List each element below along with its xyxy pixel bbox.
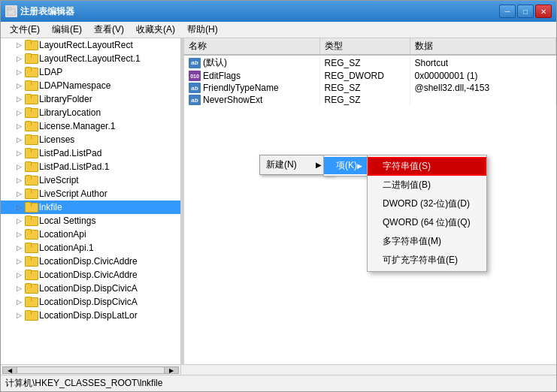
reg-sz-icon: ab — [189, 58, 201, 68]
tree-item[interactable]: ▷ LocationDisp.CivicAddre — [1, 268, 180, 282]
tree-item[interactable]: ▷ ListPad.ListPad — [1, 146, 180, 160]
col-header-name[interactable]: 名称 — [184, 38, 319, 55]
folder-icon — [25, 161, 37, 172]
tree-item[interactable]: ▷ LiveScript Author — [1, 187, 180, 201]
expander-icon: ▷ — [13, 120, 25, 132]
ctx-qword-value[interactable]: QWORD (64 位)值(Q) — [368, 213, 486, 232]
col-header-type[interactable]: 类型 — [319, 38, 410, 55]
folder-icon — [25, 310, 37, 321]
minimize-button[interactable]: ─ — [499, 5, 516, 18]
ctx-dword-value[interactable]: DWORD (32-位)值(D) — [368, 194, 486, 213]
tree-item[interactable]: ▷ LiveScript — [1, 173, 180, 187]
folder-icon — [25, 216, 37, 226]
parent-menu-item: 项(K) ▶ — [323, 155, 375, 176]
tree-item[interactable]: ▷ LayoutRect.LayoutRect — [1, 38, 180, 52]
tree-item[interactable]: ▷ ListPad.ListPad.1 — [1, 160, 180, 173]
tree-item[interactable]: ▷ LocationDisp.DispCivicA — [1, 282, 180, 295]
expander-icon: ▷ — [13, 269, 25, 281]
expander-icon: ▷ — [13, 53, 25, 65]
tree-item[interactable]: ▷ LocationDisp.DispLatLor — [1, 309, 180, 322]
main-window: 注册表编辑器 ─ □ ✕ 文件(E) 编辑(E) 查看(V) 收藏夹(A) 帮助… — [0, 0, 557, 392]
folder-icon — [25, 175, 37, 185]
context-submenu: 字符串值(S) 二进制值(B) DWORD (32-位)值(D) QWORD (… — [367, 155, 487, 272]
expander-icon: ▷ — [13, 255, 25, 267]
tree-item[interactable]: ▷ LocationApi.1 — [1, 241, 180, 255]
tree-item[interactable]: ▷ License.Manager.1 — [1, 119, 180, 133]
folder-icon — [25, 107, 37, 118]
expander-icon: ▷ — [13, 174, 25, 186]
tree-item[interactable]: ▷ LocationDisp.CivicAddre — [1, 255, 180, 268]
tree-pane[interactable]: ▷ LayoutRect.LayoutRect ▷ LayoutRect.Lay… — [1, 38, 181, 364]
ctx-expandable-string[interactable]: 可扩充字符串值(E) — [368, 251, 486, 270]
table-row[interactable]: 010 EditFlags REG_DWORD 0x00000001 (1) — [184, 70, 556, 82]
col-header-data[interactable]: 数据 — [410, 38, 556, 55]
xiang-menu-item[interactable]: 项(K) ▶ — [324, 157, 374, 174]
expander-icon: ▷ — [13, 188, 25, 200]
right-pane: 名称 类型 数据 ab (默认) REG_SZ — [184, 38, 556, 364]
menu-view[interactable]: 查看(V) — [88, 22, 130, 38]
tree-item-lnkfile[interactable]: ▷ lnkfile — [1, 201, 180, 214]
folder-icon — [25, 134, 37, 145]
maximize-button[interactable]: □ — [517, 5, 534, 18]
expander-icon: ▷ — [13, 161, 25, 173]
expander-icon: ▷ — [13, 147, 25, 159]
folder-icon — [25, 121, 37, 131]
title-bar: 注册表编辑器 ─ □ ✕ — [1, 1, 556, 22]
folder-icon — [25, 67, 37, 77]
expander-icon: ▷ — [13, 107, 25, 119]
folder-icon — [25, 256, 37, 267]
reg-sz-icon: ab — [189, 83, 201, 93]
expander-icon: ▷ — [13, 309, 25, 321]
menu-file[interactable]: 文件(E) — [4, 22, 46, 38]
ctx-multi-string[interactable]: 多字符串值(M) — [368, 232, 486, 251]
menu-favorites[interactable]: 收藏夹(A) — [130, 22, 181, 38]
expander-icon: ▷ — [13, 93, 25, 105]
main-area: ▷ LayoutRect.LayoutRect ▷ LayoutRect.Lay… — [1, 38, 556, 364]
folder-icon — [25, 202, 37, 213]
scroll-right-btn[interactable]: ▶ — [164, 366, 179, 374]
expander-icon: ▷ — [13, 134, 25, 146]
folder-icon — [25, 148, 37, 158]
tree-item[interactable]: ▷ LayoutRect.LayoutRect.1 — [1, 52, 180, 65]
scroll-left-btn[interactable]: ◀ — [2, 366, 17, 374]
ctx-binary-value[interactable]: 二进制值(B) — [368, 176, 486, 194]
table-row[interactable]: ab (默认) REG_SZ Shortcut — [184, 55, 556, 70]
folder-icon — [25, 243, 37, 253]
tree-item[interactable]: ▷ LDAPNamespace — [1, 79, 180, 92]
expander-icon: ▷ — [13, 201, 25, 213]
status-path: 计算机\HKEY_CLASSES_ROOT\lnkfile — [5, 377, 162, 390]
tree-scrollbar[interactable]: ◀ ▶ — [1, 365, 181, 375]
expander-icon: ▷ — [13, 228, 25, 240]
expander-icon: ▷ — [13, 80, 25, 92]
close-button[interactable]: ✕ — [535, 5, 552, 18]
menu-help[interactable]: 帮助(H) — [181, 22, 224, 38]
tree-item[interactable]: ▷ LibraryFolder — [1, 92, 180, 106]
registry-table: 名称 类型 数据 ab (默认) REG_SZ — [184, 38, 556, 106]
menu-edit[interactable]: 编辑(E) — [46, 22, 88, 38]
svg-rect-1 — [8, 8, 11, 10]
tree-item[interactable]: ▷ LocationApi — [1, 228, 180, 241]
new-button-label: 新建(N) — [266, 158, 297, 171]
folder-icon — [25, 40, 37, 50]
expander-icon: ▷ — [13, 66, 25, 78]
folder-icon — [25, 188, 37, 199]
tree-item[interactable]: ▷ LocationDisp.DispCivicA — [1, 295, 180, 309]
tree-item[interactable]: ▷ LDAP — [1, 65, 180, 79]
new-menu-container: 新建(N) ▶ — [259, 155, 335, 175]
tree-item[interactable]: ▷ Licenses — [1, 133, 180, 146]
new-button[interactable]: 新建(N) ▶ — [259, 155, 335, 175]
tree-item-local-settings[interactable]: ▷ Local Settings — [1, 214, 180, 228]
folder-icon — [25, 283, 37, 294]
folder-icon — [25, 94, 37, 104]
expander-icon: ▷ — [13, 39, 25, 51]
submenu-arrow-icon: ▶ — [316, 161, 322, 169]
table-row[interactable]: ab NeverShowExt REG_SZ — [184, 94, 556, 106]
expander-icon: ▷ — [13, 242, 25, 254]
scroll-track[interactable] — [17, 366, 164, 374]
tree-item[interactable]: ▷ LibraryLocation — [1, 106, 180, 119]
ctx-string-value[interactable]: 字符串值(S) — [368, 157, 486, 176]
status-bar: 计算机\HKEY_CLASSES_ROOT\lnkfile — [1, 375, 556, 391]
window-title: 注册表编辑器 — [20, 5, 499, 18]
folder-icon — [25, 80, 37, 91]
table-row[interactable]: ab FriendlyTypeName REG_SZ @shell32.dll,… — [184, 82, 556, 94]
